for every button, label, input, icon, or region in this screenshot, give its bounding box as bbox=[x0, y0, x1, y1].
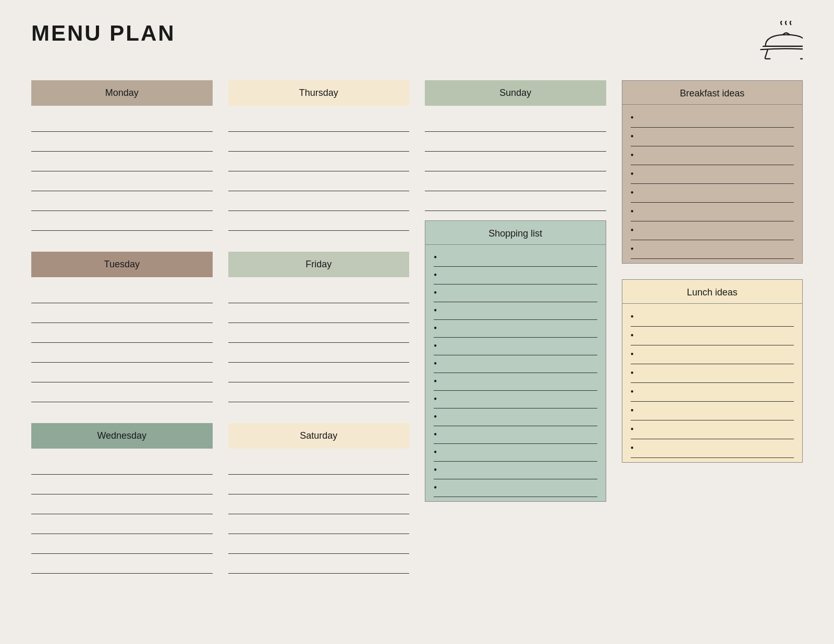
list-item[interactable] bbox=[631, 203, 794, 221]
line-row[interactable] bbox=[228, 211, 410, 231]
line-row[interactable] bbox=[228, 152, 410, 171]
list-item[interactable] bbox=[434, 373, 597, 391]
line-row[interactable] bbox=[228, 112, 410, 132]
line-row[interactable] bbox=[425, 152, 606, 171]
line-row[interactable] bbox=[228, 554, 410, 574]
saturday-lines bbox=[228, 455, 410, 574]
line-row[interactable] bbox=[425, 132, 606, 152]
food-icon bbox=[756, 21, 803, 65]
breakfast-ideas-title: Breakfast ideas bbox=[622, 81, 803, 105]
line-row[interactable] bbox=[31, 152, 213, 171]
breakfast-ideas-box: Breakfast ideas bbox=[622, 80, 803, 264]
list-item[interactable] bbox=[434, 267, 597, 284]
list-item[interactable] bbox=[434, 408, 597, 426]
list-item[interactable] bbox=[631, 146, 794, 165]
line-row[interactable] bbox=[31, 211, 213, 231]
shopping-list bbox=[425, 245, 606, 501]
lunch-ideas-title: Lunch ideas bbox=[622, 280, 803, 304]
monday-column: Monday Tuesday Wednesday bbox=[31, 80, 213, 574]
list-item[interactable] bbox=[434, 338, 597, 355]
line-row[interactable] bbox=[31, 171, 213, 191]
line-row[interactable] bbox=[228, 534, 410, 554]
list-item[interactable] bbox=[631, 402, 794, 420]
shopping-list-box: Shopping list bbox=[425, 220, 606, 502]
list-item[interactable] bbox=[631, 327, 794, 345]
wednesday-lines bbox=[31, 455, 213, 574]
lunch-ideas-box: Lunch ideas bbox=[622, 279, 803, 463]
list-item[interactable] bbox=[631, 221, 794, 240]
line-row[interactable] bbox=[31, 323, 213, 343]
list-item[interactable] bbox=[631, 308, 794, 327]
line-row[interactable] bbox=[31, 132, 213, 152]
list-item[interactable] bbox=[631, 128, 794, 146]
line-row[interactable] bbox=[31, 303, 213, 323]
list-item[interactable] bbox=[434, 391, 597, 408]
line-row[interactable] bbox=[31, 382, 213, 402]
line-row[interactable] bbox=[228, 171, 410, 191]
line-row[interactable] bbox=[228, 363, 410, 382]
list-item[interactable] bbox=[434, 444, 597, 462]
line-row[interactable] bbox=[31, 455, 213, 475]
list-item[interactable] bbox=[631, 364, 794, 383]
line-row[interactable] bbox=[31, 475, 213, 494]
line-row[interactable] bbox=[228, 191, 410, 211]
list-item[interactable] bbox=[434, 320, 597, 338]
side-column: Breakfast ideas Lunch ideas bbox=[622, 80, 803, 463]
list-item[interactable] bbox=[434, 462, 597, 479]
list-item[interactable] bbox=[631, 109, 794, 128]
sunday-lines bbox=[425, 112, 606, 211]
line-row[interactable] bbox=[228, 455, 410, 475]
line-row[interactable] bbox=[31, 283, 213, 303]
thursday-lines bbox=[228, 112, 410, 231]
list-item[interactable] bbox=[434, 479, 597, 497]
line-row[interactable] bbox=[228, 514, 410, 534]
list-item[interactable] bbox=[631, 184, 794, 203]
line-row[interactable] bbox=[31, 343, 213, 363]
line-row[interactable] bbox=[425, 112, 606, 132]
tuesday-lines bbox=[31, 283, 213, 402]
monday-lines bbox=[31, 112, 213, 231]
list-item[interactable] bbox=[631, 165, 794, 184]
shopping-list-title: Shopping list bbox=[425, 221, 606, 245]
list-item[interactable] bbox=[631, 420, 794, 439]
sunday-section: Sunday bbox=[425, 80, 606, 211]
list-item[interactable] bbox=[434, 284, 597, 302]
list-item[interactable] bbox=[631, 439, 794, 458]
line-row[interactable] bbox=[228, 343, 410, 363]
line-row[interactable] bbox=[31, 514, 213, 534]
line-row[interactable] bbox=[228, 382, 410, 402]
list-item[interactable] bbox=[434, 249, 597, 267]
list-item[interactable] bbox=[434, 426, 597, 444]
line-row[interactable] bbox=[228, 323, 410, 343]
line-row[interactable] bbox=[228, 283, 410, 303]
sunday-header: Sunday bbox=[425, 80, 606, 106]
line-row[interactable] bbox=[31, 554, 213, 574]
line-row[interactable] bbox=[228, 303, 410, 323]
line-row[interactable] bbox=[31, 112, 213, 132]
line-row[interactable] bbox=[31, 494, 213, 514]
list-item[interactable] bbox=[434, 355, 597, 373]
line-row[interactable] bbox=[228, 132, 410, 152]
friday-header: Friday bbox=[228, 252, 410, 277]
thursday-column: Thursday Friday Saturday bbox=[228, 80, 410, 574]
sunday-shopping-column: Sunday Shopping list bbox=[425, 80, 606, 502]
list-item[interactable] bbox=[631, 345, 794, 364]
friday-lines bbox=[228, 283, 410, 402]
line-row[interactable] bbox=[425, 171, 606, 191]
saturday-header: Saturday bbox=[228, 423, 410, 449]
line-row[interactable] bbox=[31, 363, 213, 382]
line-row[interactable] bbox=[31, 191, 213, 211]
line-row[interactable] bbox=[228, 475, 410, 494]
line-row[interactable] bbox=[31, 534, 213, 554]
page-title: MENU PLAN bbox=[31, 21, 176, 46]
thursday-header: Thursday bbox=[228, 80, 410, 106]
list-item[interactable] bbox=[434, 302, 597, 320]
wednesday-header: Wednesday bbox=[31, 423, 213, 449]
line-row[interactable] bbox=[425, 191, 606, 211]
list-item[interactable] bbox=[631, 240, 794, 259]
monday-header: Monday bbox=[31, 80, 213, 106]
breakfast-ideas-list bbox=[622, 105, 803, 263]
lunch-ideas-list bbox=[622, 304, 803, 462]
list-item[interactable] bbox=[631, 383, 794, 402]
line-row[interactable] bbox=[228, 494, 410, 514]
